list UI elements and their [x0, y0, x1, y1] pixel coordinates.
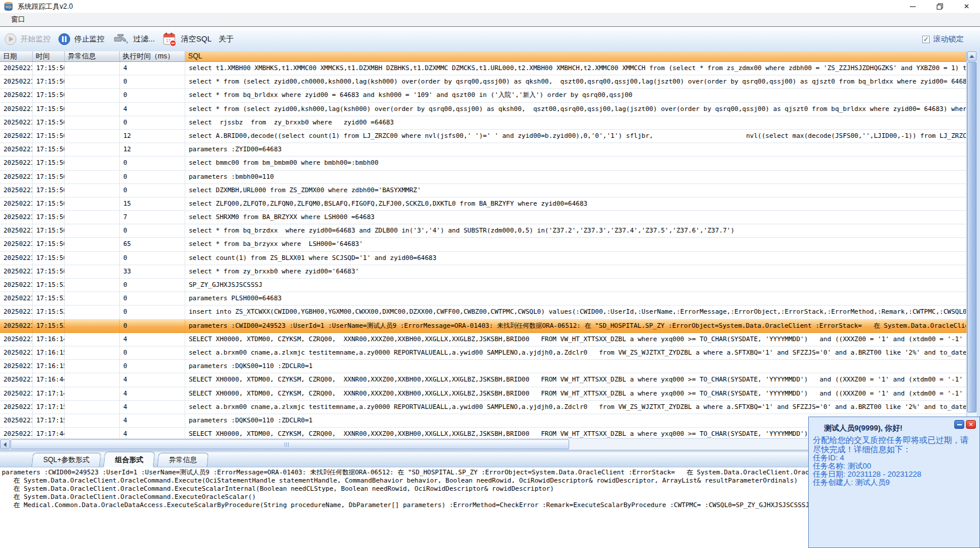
column-header-date[interactable]: 日期: [0, 51, 33, 61]
table-row[interactable]: 2025022117:15:500select * from bq_brzdxx…: [0, 224, 967, 238]
cell-date: 20250221: [0, 224, 33, 237]
cell-sql: parameters :ZYID00=64683: [185, 143, 967, 156]
table-row[interactable]: 2025022117:15:500select * from (select z…: [0, 75, 967, 89]
cell-time: 17:15:50: [33, 130, 65, 143]
popup-task-line: 任务创建人: 测试人员9: [813, 478, 976, 487]
cell-ms: 0: [120, 75, 185, 88]
cell-error: [65, 143, 120, 156]
filter-button[interactable]: 过滤...: [112, 32, 155, 47]
titlebar: SQL 系统跟踪工具v2.0 ✕: [0, 0, 980, 13]
table-row[interactable]: 2025022117:15:520SP_ZY_GJHXJSJSCSSSJ: [0, 279, 967, 292]
stop-monitor-button[interactable]: 停止监控: [58, 33, 105, 46]
clear-sql-button[interactable]: 17清空SQL: [162, 32, 212, 47]
minimize-button[interactable]: [899, 0, 926, 13]
table-row[interactable]: 2025022117:15:5015select ZLFQ00,ZLFQT0,Z…: [0, 197, 967, 211]
sql-trace-table: 日期时间异常信息执行时间（ms）SQL 2025022117:15:504sel…: [0, 51, 980, 450]
vertical-scrollbar[interactable]: [967, 51, 976, 438]
table-row[interactable]: 2025022117:15:500select count(1) from ZS…: [0, 252, 967, 265]
column-header-ms[interactable]: 执行时间（ms）: [120, 51, 185, 61]
table-row[interactable]: 2025022117:15:507select SHRXM0 from BA_B…: [0, 211, 967, 224]
cell-date: 20250221: [0, 238, 33, 251]
table-row[interactable]: 2025022117:15:5065select * from ba_brzyx…: [0, 238, 967, 251]
tab-error-info[interactable]: 异常信息: [157, 453, 209, 467]
cell-date: 20250221: [0, 171, 33, 183]
cell-time: 17:15:50: [33, 238, 65, 251]
cell-date: 20250221: [0, 320, 33, 332]
cell-time: 17:17:44: [33, 428, 65, 438]
cell-date: 20250221: [0, 103, 33, 116]
toolbar: 开始监控停止监控过滤...17清空SQL关于 滚动锁定: [0, 26, 980, 51]
table-row[interactable]: 2025022117:15:504select t1.XMBH00 XMBHKS…: [0, 62, 967, 75]
column-header-time[interactable]: 时间: [33, 51, 65, 61]
popup-minimize-button[interactable]: [954, 420, 964, 429]
cell-time: 17:16:15: [33, 346, 65, 359]
table-row[interactable]: 2025022117:15:500parameters :bmbh00=110: [0, 171, 967, 184]
scroll-left-button[interactable]: [0, 439, 10, 449]
table-row[interactable]: 2025022117:15:5033select * from zy_brxxb…: [0, 265, 967, 279]
table-row[interactable]: 2025022117:15:500select rjssbz from zy_b…: [0, 116, 967, 130]
cell-ms: 0: [120, 171, 185, 183]
cell-time: 17:15:50: [33, 89, 65, 102]
cell-error: [65, 157, 120, 169]
cell-error: [65, 333, 120, 346]
start-monitor-button[interactable]: 开始监控: [4, 33, 51, 46]
cell-error: [65, 373, 120, 386]
popup-close-button[interactable]: ✕: [966, 420, 976, 429]
table-row[interactable]: 2025022117:16:444SELECT XH0000, XTDM00, …: [0, 373, 967, 387]
cell-sql: parameters :bmbh00=110: [185, 171, 967, 183]
vertical-scroll-thumb[interactable]: [967, 62, 976, 412]
scroll-up-button[interactable]: [967, 51, 976, 61]
table-row[interactable]: 2025022117:15:5012select A.BRID00,decode…: [0, 130, 967, 143]
cell-ms: 0: [120, 292, 185, 305]
about-button[interactable]: 关于: [219, 34, 234, 44]
table-row[interactable]: 2025022117:15:520parameters PLSH000=6468…: [0, 292, 967, 306]
cell-date: 20250221: [0, 157, 33, 169]
cell-ms: 33: [120, 265, 185, 278]
table-row-selected[interactable]: 2025022117:15:520parameters :CWID00=2495…: [0, 320, 967, 333]
table-row[interactable]: 2025022117:17:144SELECT XH0000, XTDM00, …: [0, 387, 967, 401]
cell-ms: 4: [120, 401, 185, 414]
cell-time: 17:17:15: [33, 401, 65, 414]
cell-error: [65, 387, 120, 400]
cell-ms: 0: [120, 320, 185, 332]
table-row[interactable]: 2025022117:15:504select * from (select z…: [0, 103, 967, 116]
cell-time: 17:15:50: [33, 75, 65, 88]
cell-time: 17:16:14: [33, 333, 65, 346]
table-row[interactable]: 2025022117:15:520insert into ZS_XTCWXX(C…: [0, 306, 967, 319]
cell-error: [65, 62, 120, 75]
maximize-button[interactable]: [926, 0, 953, 13]
cell-date: 20250221: [0, 279, 33, 292]
table-row[interactable]: 2025022117:15:500select bmmc00 from bm_b…: [0, 157, 967, 170]
cell-date: 20250221: [0, 373, 33, 386]
tab-combined[interactable]: 组合形式: [103, 452, 155, 467]
table-row[interactable]: 2025022117:17:154select a.brxm00 cname,a…: [0, 401, 967, 414]
table-row[interactable]: 2025022117:15:5012parameters :ZYID00=646…: [0, 143, 967, 157]
pause-icon: [58, 33, 71, 46]
column-header-error[interactable]: 异常信息: [65, 51, 120, 61]
cell-sql: select * from bq_brzdxx where zyid00=646…: [185, 224, 967, 237]
cell-date: 20250221: [0, 143, 33, 156]
table-row[interactable]: 2025022117:15:500select * from bq_brldxx…: [0, 89, 967, 102]
table-row[interactable]: 2025022117:16:150parameters :DQKS00=110 …: [0, 360, 967, 373]
cell-sql: select * from (select zyid00,ch0000,ksh0…: [185, 75, 967, 88]
cell-time: 17:15:52: [33, 292, 65, 305]
column-header-sql[interactable]: SQL: [185, 51, 967, 61]
table-row[interactable]: 2025022117:16:150select a.brxm00 cname,a…: [0, 346, 967, 360]
horizontal-scroll-thumb[interactable]: [11, 439, 569, 449]
tab-sql-params[interactable]: SQL+参数形式: [32, 453, 102, 467]
scroll-lock-checkbox[interactable]: [922, 36, 930, 43]
cell-date: 20250221: [0, 62, 33, 75]
cell-sql: SELECT XH0000, XTDM00, CZYKSM, CZRQ00, X…: [185, 333, 967, 346]
cell-time: 17:15:50: [33, 211, 65, 224]
cell-time: 17:15:52: [33, 279, 65, 292]
cell-error: [65, 103, 120, 116]
table-row[interactable]: 2025022117:16:144SELECT XH0000, XTDM00, …: [0, 333, 967, 346]
cell-sql: select A.BRID00,decode((select count(1) …: [185, 130, 967, 143]
cell-ms: 4: [120, 333, 185, 346]
menu-window[interactable]: 窗口: [8, 13, 29, 26]
cell-time: 17:15:50: [33, 252, 65, 265]
popup-task-line: 任务ID: 4: [813, 454, 976, 462]
play-icon: [4, 33, 17, 46]
close-button[interactable]: ✕: [953, 0, 980, 13]
table-row[interactable]: 2025022117:15:500select DZXMBH,URL000 fr…: [0, 184, 967, 197]
